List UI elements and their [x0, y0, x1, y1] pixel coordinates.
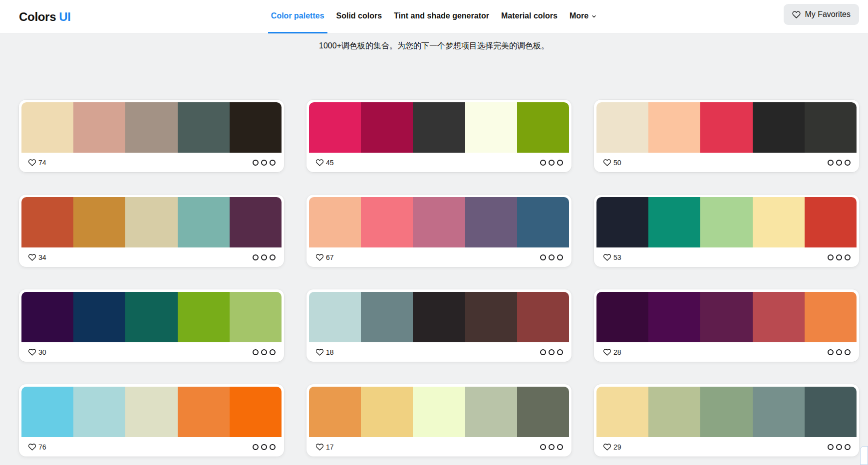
palette-likes[interactable]: 74: [28, 159, 46, 167]
color-swatch[interactable]: [361, 387, 413, 437]
palette-likes[interactable]: 18: [315, 348, 334, 356]
tab-color-palettes[interactable]: Color palettes: [268, 0, 327, 33]
color-swatch[interactable]: [413, 197, 465, 247]
color-swatch[interactable]: [125, 102, 177, 153]
palette-card[interactable]: 67: [306, 195, 572, 267]
color-swatch[interactable]: [753, 102, 805, 153]
tab-more[interactable]: More: [567, 0, 600, 33]
color-swatch[interactable]: [805, 292, 857, 342]
color-swatch[interactable]: [753, 387, 805, 437]
color-swatch[interactable]: [596, 102, 648, 153]
color-swatch[interactable]: [125, 197, 177, 247]
color-swatch[interactable]: [73, 197, 125, 247]
palette-likes[interactable]: 17: [315, 443, 334, 451]
color-swatch[interactable]: [596, 387, 648, 437]
color-swatch[interactable]: [309, 197, 361, 247]
color-swatch[interactable]: [309, 292, 361, 342]
palette-options-dots-icon[interactable]: [253, 254, 276, 260]
color-swatch[interactable]: [21, 387, 73, 437]
palette-options-dots-icon[interactable]: [540, 254, 563, 260]
app-logo[interactable]: ColorsUI: [19, 10, 71, 24]
palette-options-dots-icon[interactable]: [828, 444, 851, 450]
palette-card[interactable]: 18: [306, 289, 572, 362]
tab-material-colors[interactable]: Material colors: [498, 0, 561, 33]
color-swatch[interactable]: [465, 292, 517, 342]
color-swatch[interactable]: [648, 102, 700, 153]
color-swatch[interactable]: [517, 102, 569, 153]
color-swatch[interactable]: [753, 292, 805, 342]
palette-likes[interactable]: 30: [28, 348, 46, 356]
palette-likes[interactable]: 34: [28, 253, 46, 261]
palette-card[interactable]: 30: [19, 289, 284, 362]
palette-options-dots-icon[interactable]: [253, 349, 276, 355]
color-swatch[interactable]: [361, 197, 413, 247]
palette-options-dots-icon[interactable]: [540, 349, 563, 355]
color-swatch[interactable]: [805, 102, 857, 153]
color-swatch[interactable]: [700, 292, 752, 342]
palette-options-dots-icon[interactable]: [828, 254, 851, 260]
palette-likes[interactable]: 45: [315, 159, 334, 167]
color-swatch[interactable]: [517, 292, 569, 342]
palette-card[interactable]: 28: [594, 289, 859, 362]
color-swatch[interactable]: [230, 102, 282, 153]
palette-card[interactable]: 29: [594, 384, 859, 457]
color-swatch[interactable]: [805, 387, 857, 437]
color-swatch[interactable]: [361, 102, 413, 153]
color-swatch[interactable]: [648, 197, 700, 247]
color-swatch[interactable]: [805, 197, 857, 247]
tab-tint-and-shade-generator[interactable]: Tint and shade generator: [391, 0, 492, 33]
color-swatch[interactable]: [648, 292, 700, 342]
color-swatch[interactable]: [413, 102, 465, 153]
palette-likes[interactable]: 76: [28, 443, 46, 451]
color-swatch[interactable]: [361, 292, 413, 342]
palette-card[interactable]: 76: [19, 384, 284, 457]
color-swatch[interactable]: [178, 387, 230, 437]
scroll-top-button-partial[interactable]: [860, 446, 868, 465]
color-swatch[interactable]: [517, 197, 569, 247]
color-swatch[interactable]: [21, 292, 73, 342]
color-swatch[interactable]: [125, 292, 177, 342]
palette-likes[interactable]: 67: [315, 253, 334, 261]
color-swatch[interactable]: [465, 102, 517, 153]
palette-options-dots-icon[interactable]: [828, 160, 851, 166]
color-swatch[interactable]: [596, 292, 648, 342]
palette-card[interactable]: 74: [19, 100, 284, 172]
color-swatch[interactable]: [700, 102, 752, 153]
color-swatch[interactable]: [21, 197, 73, 247]
color-swatch[interactable]: [230, 197, 282, 247]
palette-likes[interactable]: 50: [603, 159, 621, 167]
palette-options-dots-icon[interactable]: [540, 444, 563, 450]
color-swatch[interactable]: [465, 197, 517, 247]
color-swatch[interactable]: [413, 292, 465, 342]
color-swatch[interactable]: [230, 292, 282, 342]
palette-options-dots-icon[interactable]: [253, 444, 276, 450]
my-favorites-button[interactable]: My Favorites: [784, 4, 859, 25]
color-swatch[interactable]: [309, 387, 361, 437]
color-swatch[interactable]: [413, 387, 465, 437]
palette-options-dots-icon[interactable]: [253, 160, 276, 166]
palette-likes[interactable]: 53: [603, 253, 621, 261]
color-swatch[interactable]: [309, 102, 361, 153]
palette-card[interactable]: 17: [306, 384, 572, 457]
palette-card[interactable]: 45: [306, 100, 572, 172]
color-swatch[interactable]: [700, 387, 752, 437]
tab-solid-colors[interactable]: Solid colors: [333, 0, 385, 33]
color-swatch[interactable]: [178, 102, 230, 153]
color-swatch[interactable]: [230, 387, 282, 437]
color-swatch[interactable]: [648, 387, 700, 437]
color-swatch[interactable]: [465, 387, 517, 437]
palette-options-dots-icon[interactable]: [828, 349, 851, 355]
color-swatch[interactable]: [517, 387, 569, 437]
color-swatch[interactable]: [178, 292, 230, 342]
color-swatch[interactable]: [753, 197, 805, 247]
palette-card[interactable]: 50: [594, 100, 859, 172]
color-swatch[interactable]: [73, 292, 125, 342]
palette-likes[interactable]: 28: [603, 348, 621, 356]
palette-card[interactable]: 34: [19, 195, 284, 267]
color-swatch[interactable]: [73, 102, 125, 153]
color-swatch[interactable]: [21, 102, 73, 153]
palette-card[interactable]: 53: [594, 195, 859, 267]
palette-options-dots-icon[interactable]: [540, 160, 563, 166]
color-swatch[interactable]: [596, 197, 648, 247]
color-swatch[interactable]: [700, 197, 752, 247]
